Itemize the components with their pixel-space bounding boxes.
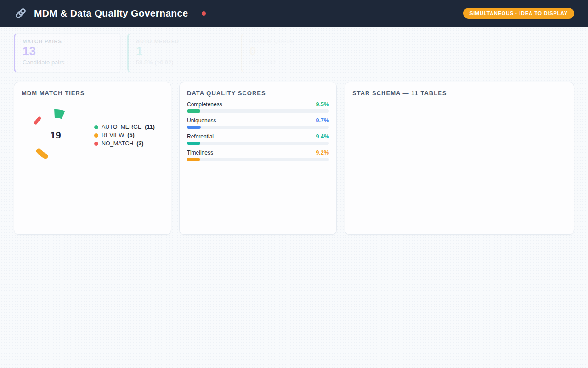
header-left: MDM & Data Quality Governance bbox=[14, 6, 206, 20]
progress-fill bbox=[187, 142, 200, 145]
stat-subtitle: 0.70–0.92 bbox=[249, 59, 340, 66]
stat-label: REVIEW QUEUE bbox=[249, 39, 340, 44]
legend-count: (5) bbox=[127, 132, 134, 138]
legend-item-review[interactable]: REVIEW (5) bbox=[94, 132, 155, 138]
progress-fill bbox=[187, 158, 200, 161]
metric-value: 9.4% bbox=[316, 133, 329, 140]
metric-value: 9.7% bbox=[316, 117, 329, 124]
donut-segment-review bbox=[39, 151, 45, 156]
donut-center-total: 19 bbox=[50, 130, 61, 140]
donut-chart: 19 bbox=[19, 98, 92, 172]
page-title: MDM & Data Quality Governance bbox=[34, 8, 188, 19]
progress-track bbox=[187, 109, 329, 113]
card-title: MDM MATCH TIERS bbox=[22, 90, 164, 97]
cards-row: MDM MATCH TIERS 19 AUTO_MERGE (11) bbox=[14, 82, 574, 235]
metric-row-referential: Referential 9.4% bbox=[187, 133, 329, 145]
stat-subtitle: 58.5% (≥0.92) bbox=[136, 59, 226, 66]
header-badge: SIMULTANEOUS · IDEA TO DISPLAY bbox=[463, 8, 574, 19]
legend-item-no-match[interactable]: NO_MATCH (3) bbox=[94, 140, 155, 147]
legend-dot-icon bbox=[94, 142, 98, 146]
donut-segment-no-match bbox=[36, 118, 40, 123]
metric-row-completeness: Completeness 9.5% bbox=[187, 101, 329, 113]
legend-dot-icon bbox=[94, 125, 98, 129]
stat-value: 1 bbox=[136, 45, 226, 58]
progress-track bbox=[187, 142, 329, 145]
metric-label: Referential bbox=[187, 133, 214, 140]
card-title: STAR SCHEMA — 11 TABLES bbox=[352, 90, 566, 97]
card-title: DATA QUALITY SCORES bbox=[187, 90, 329, 97]
stat-subtitle: Candidate pairs bbox=[23, 59, 113, 66]
legend-count: (3) bbox=[136, 140, 143, 147]
metric-row-uniqueness: Uniqueness 9.7% bbox=[187, 117, 329, 129]
progress-fill bbox=[187, 109, 200, 113]
stats-row: MATCH PAIRS 13 Candidate pairs AUTO-MERG… bbox=[14, 33, 574, 73]
card-mdm-match-tiers: MDM MATCH TIERS 19 AUTO_MERGE (11) bbox=[14, 82, 171, 235]
metric-value: 9.5% bbox=[316, 101, 329, 108]
stat-label: AUTO-MERGED bbox=[136, 39, 226, 44]
progress-track bbox=[187, 158, 329, 161]
donut-chart-area: 19 AUTO_MERGE (11) REVIEW (5) NO_MATCH bbox=[22, 98, 164, 172]
legend-label: REVIEW bbox=[102, 132, 124, 138]
progress-track bbox=[187, 126, 329, 129]
live-indicator-dot bbox=[202, 12, 206, 16]
progress-fill bbox=[187, 126, 201, 129]
chart-legend: AUTO_MERGE (11) REVIEW (5) NO_MATCH (3) bbox=[94, 122, 155, 149]
stat-card-match-pairs: MATCH PAIRS 13 Candidate pairs bbox=[14, 33, 121, 73]
chain-link-icon bbox=[14, 6, 28, 20]
metric-label: Completeness bbox=[187, 101, 222, 108]
stat-label: MATCH PAIRS bbox=[23, 39, 113, 44]
stat-value: 13 bbox=[23, 45, 113, 58]
metric-label: Uniqueness bbox=[187, 117, 216, 124]
metric-value: 9.2% bbox=[316, 150, 329, 156]
donut-segment-auto-merge bbox=[54, 109, 65, 119]
metric-label: Timeliness bbox=[187, 150, 213, 156]
app-header: MDM & Data Quality Governance SIMULTANEO… bbox=[0, 0, 588, 27]
stat-card-review-queue: REVIEW QUEUE 0 0.70–0.92 bbox=[241, 33, 348, 73]
card-star-schema: STAR SCHEMA — 11 TABLES bbox=[345, 82, 574, 235]
legend-label: NO_MATCH bbox=[102, 140, 133, 147]
legend-count: (11) bbox=[145, 124, 155, 130]
legend-dot-icon bbox=[94, 133, 98, 138]
metric-row-timeliness: Timeliness 9.2% bbox=[187, 150, 329, 161]
stat-card-auto-merged: AUTO-MERGED 1 58.5% (≥0.92) bbox=[127, 33, 234, 73]
stat-value: 0 bbox=[249, 45, 340, 58]
legend-label: AUTO_MERGE bbox=[102, 124, 141, 130]
card-data-quality-scores: DATA QUALITY SCORES Completeness 9.5% Un… bbox=[179, 82, 337, 235]
legend-item-auto-merge[interactable]: AUTO_MERGE (11) bbox=[94, 124, 155, 130]
